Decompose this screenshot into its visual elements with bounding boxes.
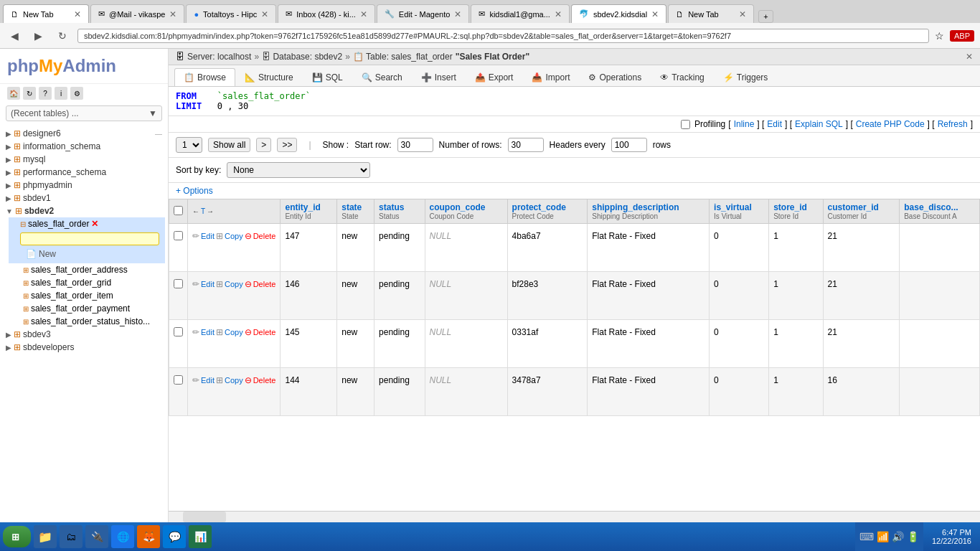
pma-home-icon[interactable]: 🏠 bbox=[7, 87, 20, 100]
taskbar-icon-skype[interactable]: 💬 bbox=[163, 525, 186, 548]
headers-input[interactable] bbox=[611, 138, 647, 152]
refresh-link[interactable]: Refresh bbox=[938, 119, 968, 129]
taskbar-icon-explorer[interactable]: 📁 bbox=[34, 525, 57, 548]
edit-link-1[interactable]: Edit bbox=[201, 232, 215, 240]
taskbar-icon-filezilla[interactable]: 🔌 bbox=[85, 525, 108, 548]
tab-newtab2[interactable]: 🗋 New Tab ✕ bbox=[668, 4, 754, 23]
tab-edit-magento[interactable]: 🔧 Edit - Magento ✕ bbox=[377, 4, 470, 23]
sidebar-table-sales-flat-order[interactable]: ⊟ sales_flat_order ✕ 📄 New bbox=[9, 217, 165, 263]
sidebar-item-sbdev3[interactable]: ▶ ⊞ sbdev3 bbox=[3, 328, 165, 341]
sidebar-table-sales-flat-order-address[interactable]: ⊞ sales_flat_order_address bbox=[9, 263, 165, 276]
select-all-checkbox[interactable] bbox=[174, 206, 183, 215]
row-select-3[interactable] bbox=[174, 327, 183, 336]
new-tab-button[interactable]: + bbox=[758, 10, 773, 23]
recent-tables-dropdown[interactable]: (Recent tables) ... ▼ bbox=[6, 105, 162, 121]
row-select-2[interactable] bbox=[174, 279, 183, 288]
sidebar-new-item[interactable]: 📄 New bbox=[20, 248, 59, 260]
show-all-button[interactable]: Show all bbox=[208, 138, 250, 152]
col-header-protect[interactable]: protect_code Protect Code bbox=[507, 199, 588, 224]
explain-sql-link[interactable]: Explain SQL bbox=[795, 119, 843, 129]
sidebar-item-phpmyadmin[interactable]: ▶ ⊞ phpmyadmin bbox=[3, 179, 165, 192]
tab-close[interactable]: ✕ bbox=[454, 9, 461, 19]
table-search-input[interactable] bbox=[25, 235, 154, 243]
sidebar-table-sales-flat-order-grid[interactable]: ⊞ sales_flat_order_grid bbox=[9, 276, 165, 289]
tab-structure[interactable]: 📐 Structure bbox=[235, 68, 303, 86]
sidebar-item-designer6[interactable]: ▶ ⊞ designer6 — bbox=[3, 127, 165, 140]
sidebar-table-sales-flat-order-payment[interactable]: ⊞ sales_flat_order_payment bbox=[9, 302, 165, 315]
tab-import[interactable]: 📥 Import bbox=[522, 68, 579, 86]
inline-link[interactable]: Inline bbox=[734, 119, 755, 129]
edit-link-4[interactable]: Edit bbox=[201, 376, 215, 385]
tab-insert[interactable]: ➕ Insert bbox=[412, 68, 466, 86]
delete-link-1[interactable]: Delete bbox=[253, 232, 276, 240]
col-header-state[interactable]: state State bbox=[337, 199, 374, 224]
pma-refresh-icon[interactable]: ↻ bbox=[23, 87, 36, 100]
back-button[interactable]: ◀ bbox=[6, 28, 24, 44]
tab-close[interactable]: ✕ bbox=[74, 9, 81, 19]
star-button[interactable]: ☆ bbox=[935, 30, 944, 42]
col-sort-down-icon[interactable]: T bbox=[201, 207, 205, 215]
col-header-entity-id[interactable]: entity_id Entity Id bbox=[281, 199, 337, 224]
reload-button[interactable]: ↻ bbox=[53, 28, 72, 44]
horizontal-scrollbar[interactable] bbox=[169, 511, 980, 522]
tab-close[interactable]: ✕ bbox=[651, 9, 659, 19]
sidebar-item-sbdevelopers[interactable]: ▶ ⊞ sbdevelopers bbox=[3, 341, 165, 354]
sidebar-item-performance-schema[interactable]: ▶ ⊞ performance_schema bbox=[3, 166, 165, 179]
breadcrumb-close-icon[interactable]: ✕ bbox=[966, 52, 973, 62]
tab-sql[interactable]: 💾 SQL bbox=[303, 68, 352, 86]
arrow-left-icon[interactable]: ← bbox=[192, 207, 199, 215]
sidebar-table-sales-flat-order-status-history[interactable]: ⊞ sales_flat_order_status_histo... bbox=[9, 315, 165, 328]
copy-link-2[interactable]: Copy bbox=[225, 280, 243, 288]
start-button[interactable]: ⊞ bbox=[3, 526, 31, 547]
tab-totaltoys[interactable]: ● Totaltoys - Hipc ✕ bbox=[186, 4, 276, 23]
table-remove-icon[interactable]: ✕ bbox=[91, 219, 98, 229]
tab-close[interactable]: ✕ bbox=[739, 9, 746, 19]
tab-close[interactable]: ✕ bbox=[261, 9, 268, 19]
tab-close[interactable]: ✕ bbox=[169, 9, 176, 19]
copy-link-1[interactable]: Copy bbox=[225, 232, 243, 240]
taskbar-clock[interactable]: 6:47 PM 12/22/2016 bbox=[926, 528, 977, 545]
col-header-base-discount[interactable]: base_disco... Base Discount A bbox=[900, 199, 980, 224]
row-select-4[interactable] bbox=[174, 375, 183, 385]
address-bar[interactable] bbox=[77, 29, 929, 43]
copy-link-3[interactable]: Copy bbox=[225, 328, 243, 336]
last-page-button[interactable]: >> bbox=[277, 138, 297, 152]
edit-link-2[interactable]: Edit bbox=[201, 280, 215, 288]
edit-link-3[interactable]: Edit bbox=[201, 328, 215, 336]
next-page-button[interactable]: > bbox=[256, 138, 271, 152]
delete-link-3[interactable]: Delete bbox=[253, 328, 276, 336]
sidebar-table-sales-flat-order-item[interactable]: ⊞ sales_flat_order_item bbox=[9, 289, 165, 302]
tab-export[interactable]: 📤 Export bbox=[466, 68, 523, 86]
create-php-link[interactable]: Create PHP Code bbox=[856, 119, 925, 129]
delete-link-4[interactable]: Delete bbox=[253, 376, 276, 385]
col-header-status[interactable]: status Status bbox=[374, 199, 425, 224]
sidebar-item-sbdev1[interactable]: ▶ ⊞ sbdev1 bbox=[3, 192, 165, 204]
options-toggle[interactable]: + Options bbox=[169, 183, 980, 199]
adblock-button[interactable]: ABP bbox=[950, 30, 974, 42]
row-select-1[interactable] bbox=[174, 231, 183, 240]
num-rows-input[interactable] bbox=[508, 138, 544, 152]
tab-newtab1[interactable]: 🗋 New Tab ✕ bbox=[3, 4, 89, 23]
tab-close[interactable]: ✕ bbox=[360, 9, 367, 19]
sidebar-item-sbdev2[interactable]: ▼ ⊞ sbdev2 bbox=[3, 204, 165, 217]
sort-select[interactable]: None bbox=[227, 162, 370, 178]
edit-link[interactable]: Edit bbox=[767, 119, 782, 129]
tab-browse[interactable]: 📋 Browse bbox=[174, 68, 235, 86]
tab-triggers[interactable]: ⚡ Triggers bbox=[714, 68, 778, 86]
forward-button[interactable]: ▶ bbox=[29, 28, 47, 44]
tab-kidsdial[interactable]: ✉ kidsdial1@gma... ✕ bbox=[471, 4, 570, 23]
tab-tracking[interactable]: 👁 Tracking bbox=[651, 68, 714, 86]
col-header-coupon[interactable]: coupon_code Coupon Code bbox=[425, 199, 507, 224]
tab-operations[interactable]: ⚙ Operations bbox=[579, 68, 651, 86]
pma-more-icon[interactable]: ⚙ bbox=[70, 87, 83, 100]
col-header-is-virtual[interactable]: is_virtual Is Virtual bbox=[710, 199, 769, 224]
tab-inbox[interactable]: ✉ Inbox (428) - ki... ✕ bbox=[278, 4, 375, 23]
taskbar-icon-firefox[interactable]: 🦊 bbox=[137, 525, 160, 548]
col-header-store-id[interactable]: store_id Store Id bbox=[769, 199, 823, 224]
arrow-right-icon[interactable]: → bbox=[207, 207, 214, 215]
pma-help-icon[interactable]: i bbox=[55, 87, 67, 100]
sidebar-item-information-schema[interactable]: ▶ ⊞ information_schema bbox=[3, 140, 165, 153]
tab-search[interactable]: 🔍 Search bbox=[352, 68, 412, 86]
taskbar-icon-excel[interactable]: 📊 bbox=[189, 525, 212, 548]
tab-sbdev2[interactable]: 🐬 sbdev2.kidsdial ✕ bbox=[571, 4, 666, 23]
